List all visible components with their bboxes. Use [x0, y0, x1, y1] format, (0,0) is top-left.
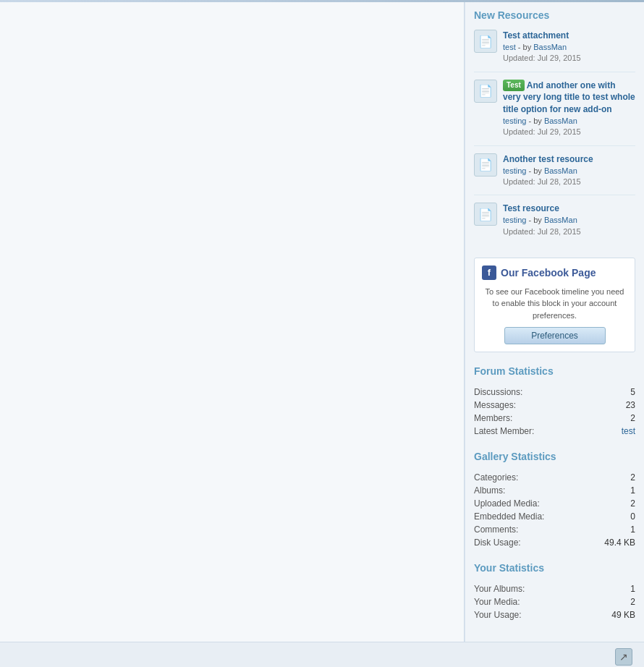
table-row: Messages: 23: [474, 399, 635, 412]
members-label: Members:: [474, 412, 605, 425]
table-row: Members: 2: [474, 412, 635, 425]
resource-item-4: 📄 Test resource testing - by BassMan Upd…: [474, 203, 635, 245]
resource-author-prefix-2: - by: [528, 116, 543, 125]
resource-author-prefix-1: - by: [518, 43, 533, 51]
resource-title-3[interactable]: Another test resource: [503, 154, 593, 164]
uploaded-media-label: Uploaded Media:: [474, 497, 586, 510]
new-resources-section: New Resources 📄 Test attachment test - b…: [474, 9, 635, 245]
resource-author-prefix-3: - by: [528, 166, 543, 175]
embedded-media-label: Embedded Media:: [474, 510, 586, 523]
resource-info-1: Test attachment test - by BassMan Update…: [503, 30, 635, 64]
latest-member-link[interactable]: test: [622, 426, 635, 436]
latest-member-label: Latest Member:: [474, 425, 605, 438]
resource-author-2[interactable]: BassMan: [544, 116, 577, 125]
resource-category-1: test - by BassMan: [503, 42, 635, 53]
table-row: Disk Usage: 49.4 KB: [474, 536, 635, 549]
facebook-section: f Our Facebook Page To see our Facebook …: [474, 258, 635, 353]
resource-category-link-1[interactable]: test: [503, 43, 516, 51]
your-stats-section: Your Statistics Your Albums: 1 Your Medi…: [474, 562, 635, 621]
discussions-value: 5: [605, 386, 635, 399]
disk-usage-value: 49.4 KB: [586, 536, 635, 549]
resource-category-link-2[interactable]: testing: [503, 116, 526, 125]
table-row: Categories: 2: [474, 471, 635, 484]
resource-info-2: TestAnd another one with very very long …: [503, 80, 635, 138]
your-usage-value: 49 KB: [584, 608, 635, 621]
facebook-title-text: Our Facebook Page: [501, 267, 596, 279]
comments-value: 1: [586, 523, 635, 536]
disk-usage-label: Disk Usage:: [474, 536, 586, 549]
table-row: Uploaded Media: 2: [474, 497, 635, 510]
your-usage-label: Your Usage:: [474, 608, 584, 621]
resource-category-2: testing - by BassMan: [503, 116, 635, 127]
facebook-title: f Our Facebook Page: [482, 265, 627, 280]
resource-author-prefix-4: - by: [528, 216, 543, 224]
your-stats-title: Your Statistics: [474, 562, 635, 577]
albums-label: Albums:: [474, 484, 586, 497]
uploaded-media-value: 2: [586, 497, 635, 510]
right-sidebar: New Resources 📄 Test attachment test - b…: [465, 2, 644, 642]
messages-label: Messages:: [474, 399, 605, 412]
resource-category-4: testing - by BassMan: [503, 215, 635, 226]
resource-updated-1: Updated: Jul 29, 2015: [503, 53, 635, 64]
left-panel: [0, 2, 465, 642]
resource-title-4[interactable]: Test resource: [503, 203, 559, 213]
resource-thumb-3: 📄: [474, 153, 497, 177]
resource-item-2: 📄 TestAnd another one with very very lon…: [474, 80, 635, 146]
albums-value: 1: [586, 484, 635, 497]
resource-thumb-4: 📄: [474, 203, 497, 226]
resource-category-3: testing - by BassMan: [503, 166, 635, 177]
gallery-stats-title: Gallery Statistics: [474, 451, 635, 465]
forum-stats-title: Forum Statistics: [474, 365, 635, 380]
embedded-media-value: 0: [586, 510, 635, 523]
discussions-label: Discussions:: [474, 386, 605, 399]
categories-label: Categories:: [474, 471, 586, 484]
resource-updated-4: Updated: Jul 28, 2015: [503, 226, 635, 237]
your-media-value: 2: [584, 595, 635, 608]
resource-thumb-2: 📄: [474, 80, 497, 103]
scroll-top-area: ↗: [0, 642, 644, 667]
facebook-description: To see our Facebook timeline you need to…: [482, 286, 627, 322]
gallery-stats-table: Categories: 2 Albums: 1 Uploaded Media: …: [474, 471, 635, 549]
table-row: Comments: 1: [474, 523, 635, 536]
resource-title-1[interactable]: Test attachment: [503, 30, 569, 41]
gallery-stats-section: Gallery Statistics Categories: 2 Albums:…: [474, 451, 635, 549]
categories-value: 2: [586, 471, 635, 484]
resource-thumb-1: 📄: [474, 30, 497, 53]
your-media-label: Your Media:: [474, 595, 584, 608]
resource-item: 📄 Test attachment test - by BassMan Upda…: [474, 30, 635, 72]
resource-category-link-3[interactable]: testing: [503, 166, 526, 175]
forum-stats-section: Forum Statistics Discussions: 5 Messages…: [474, 365, 635, 438]
table-row: Albums: 1: [474, 484, 635, 497]
content-wrapper: New Resources 📄 Test attachment test - b…: [0, 2, 644, 642]
resource-tag-2: Test: [503, 80, 525, 91]
resource-updated-3: Updated: Jul 28, 2015: [503, 177, 635, 187]
your-stats-table: Your Albums: 1 Your Media: 2 Your Usage:…: [474, 582, 635, 621]
your-albums-value: 1: [584, 582, 635, 595]
messages-value: 23: [605, 399, 635, 412]
members-value: 2: [605, 412, 635, 425]
resource-info-3: Another test resource testing - by BassM…: [503, 153, 635, 188]
table-row: Discussions: 5: [474, 386, 635, 399]
table-row: Your Usage: 49 KB: [474, 608, 635, 621]
your-albums-label: Your Albums:: [474, 582, 584, 595]
resource-author-3[interactable]: BassMan: [544, 166, 577, 175]
new-resources-title: New Resources: [474, 9, 635, 24]
scroll-top-button[interactable]: ↗: [615, 648, 632, 666]
forum-stats-table: Discussions: 5 Messages: 23 Members: 2 L…: [474, 386, 635, 438]
resource-item-3: 📄 Another test resource testing - by Bas…: [474, 153, 635, 196]
table-row: Your Albums: 1: [474, 582, 635, 595]
comments-label: Comments:: [474, 523, 586, 536]
latest-member-value: test: [605, 425, 635, 438]
resource-author-4[interactable]: BassMan: [544, 216, 577, 224]
resource-author-1[interactable]: BassMan: [533, 43, 567, 51]
table-row: Your Media: 2: [474, 595, 635, 608]
table-row: Embedded Media: 0: [474, 510, 635, 523]
facebook-icon: f: [482, 265, 496, 280]
resource-updated-2: Updated: Jul 29, 2015: [503, 127, 635, 137]
preferences-button[interactable]: Preferences: [504, 327, 606, 344]
resource-category-link-4[interactable]: testing: [503, 216, 526, 224]
resource-info-4: Test resource testing - by BassMan Updat…: [503, 203, 635, 237]
table-row: Latest Member: test: [474, 425, 635, 438]
